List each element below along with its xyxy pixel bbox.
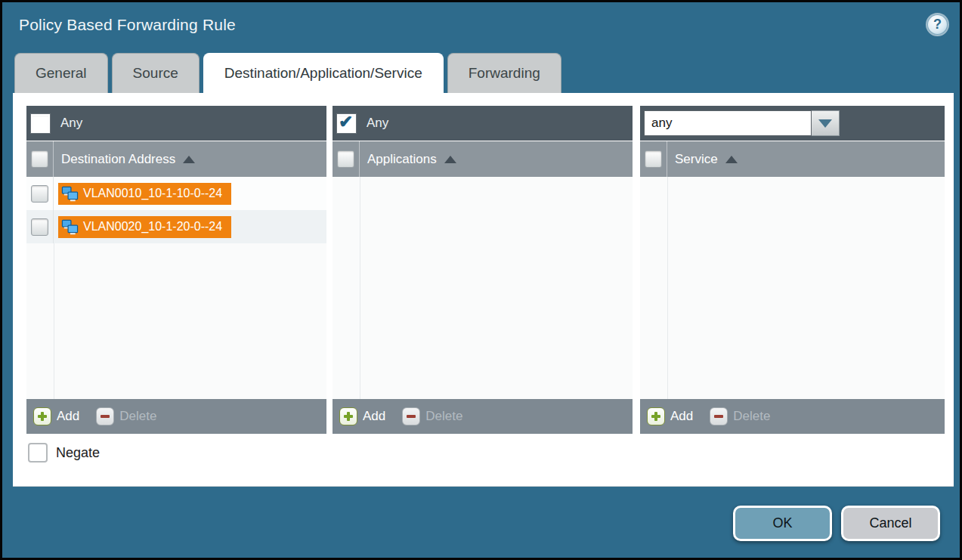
tab-general[interactable]: General	[14, 53, 108, 93]
destination-any-checkbox[interactable]	[30, 113, 51, 134]
list-row[interactable]: VLAN0010_10-1-10-0--24	[26, 177, 326, 210]
dialog-title: Policy Based Forwarding Rule	[19, 16, 236, 34]
header-checkbox-gutter	[333, 141, 360, 177]
negate-row: Negate	[28, 443, 100, 463]
tab-destination-application-service[interactable]: Destination/Application/Service	[203, 53, 444, 93]
service-dropdown[interactable]: any	[644, 110, 840, 136]
delete-button[interactable]: Delete	[402, 407, 462, 425]
minus-icon	[96, 407, 114, 425]
applications-column-header: Applications	[333, 141, 633, 177]
destination-address-panel: Any Destination Address	[26, 106, 326, 434]
add-button[interactable]: Add	[339, 407, 385, 425]
applications-header-label: Applications	[367, 152, 437, 167]
list-row[interactable]: VLAN0020_10-1-20-0--24	[26, 210, 326, 243]
destination-address-list: VLAN0010_10-1-10-0--24 VLAN	[26, 177, 326, 399]
negate-checkbox[interactable]	[28, 443, 48, 463]
row-checkbox-gutter	[26, 210, 54, 243]
tab-forwarding[interactable]: Forwarding	[447, 53, 561, 93]
applications-any-label: Any	[367, 116, 388, 131]
add-button[interactable]: Add	[33, 407, 79, 425]
tab-label: Forwarding	[469, 65, 540, 82]
minus-icon	[402, 407, 420, 425]
address-object-label: VLAN0020_10-1-20-0--24	[83, 220, 222, 234]
tab-label: Source	[133, 65, 178, 82]
minus-icon	[710, 407, 728, 425]
applications-any-bar: Any	[333, 106, 633, 141]
ok-button[interactable]: OK	[733, 506, 832, 541]
service-dropdown-bar: any	[640, 106, 945, 141]
sort-ascending-icon[interactable]	[183, 156, 195, 163]
plus-icon	[647, 407, 665, 425]
dialog-content: Any Destination Address	[13, 93, 954, 487]
pbf-rule-dialog: Policy Based Forwarding Rule General Sou…	[0, 0, 962, 560]
destination-any-bar: Any	[26, 106, 326, 141]
tab-label: Destination/Application/Service	[224, 65, 422, 82]
service-column-header: Service	[640, 141, 945, 177]
destination-toolbar: Add Delete	[26, 399, 326, 434]
header-checkbox-gutter	[26, 141, 54, 177]
address-object-chip[interactable]: VLAN0010_10-1-10-0--24	[58, 183, 231, 205]
address-object-label: VLAN0010_10-1-10-0--24	[83, 187, 222, 200]
delete-button[interactable]: Delete	[710, 407, 770, 425]
tab-source[interactable]: Source	[112, 53, 200, 93]
chevron-down-icon	[818, 119, 832, 128]
sort-ascending-icon[interactable]	[725, 156, 738, 163]
service-list	[640, 177, 945, 399]
destination-select-all-checkbox[interactable]	[31, 150, 48, 168]
address-object-icon	[61, 218, 79, 236]
negate-label: Negate	[56, 445, 100, 461]
service-select-all-checkbox[interactable]	[645, 150, 662, 168]
sort-ascending-icon[interactable]	[444, 156, 456, 163]
destination-header-label: Destination Address	[61, 152, 175, 167]
service-panel: any Service Add	[640, 106, 945, 434]
applications-any-checkbox[interactable]	[336, 113, 357, 134]
tab-bar: General Source Destination/Application/S…	[14, 53, 561, 93]
destination-any-label: Any	[60, 116, 82, 131]
address-object-icon	[61, 185, 79, 203]
address-object-chip[interactable]: VLAN0020_10-1-20-0--24	[58, 216, 231, 238]
applications-panel: Any Applications Add Delete	[333, 106, 633, 434]
applications-list	[333, 177, 633, 399]
delete-button[interactable]: Delete	[96, 407, 156, 425]
applications-select-all-checkbox[interactable]	[337, 150, 354, 168]
plus-icon	[33, 407, 51, 425]
service-header-label: Service	[675, 152, 718, 167]
cancel-button[interactable]: Cancel	[841, 506, 940, 541]
tab-label: General	[36, 65, 87, 82]
row-checkbox[interactable]	[31, 218, 48, 236]
destination-column-header: Destination Address	[26, 141, 326, 177]
add-button[interactable]: Add	[647, 407, 693, 425]
row-checkbox-gutter	[26, 177, 54, 210]
help-icon[interactable]	[927, 14, 948, 35]
applications-toolbar: Add Delete	[333, 399, 633, 434]
service-dropdown-button[interactable]	[812, 110, 840, 136]
header-checkbox-gutter	[640, 141, 667, 177]
plus-icon	[339, 407, 357, 425]
service-toolbar: Add Delete	[640, 399, 945, 434]
row-checkbox[interactable]	[31, 185, 48, 203]
service-dropdown-value[interactable]: any	[644, 110, 812, 136]
